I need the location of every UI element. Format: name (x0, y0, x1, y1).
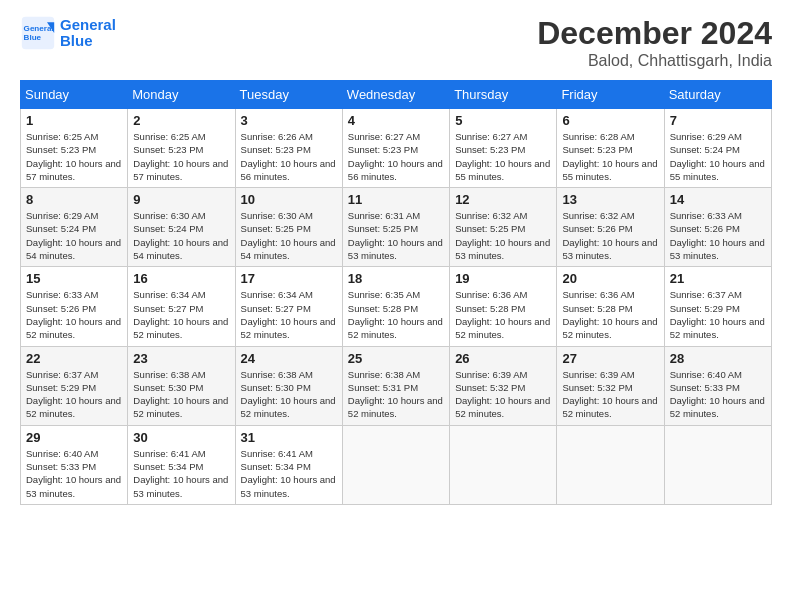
weekday-header-friday: Friday (557, 81, 664, 109)
day-number: 26 (455, 351, 551, 366)
title-block: December 2024 Balod, Chhattisgarh, India (537, 15, 772, 70)
calendar-cell: 25 Sunrise: 6:38 AM Sunset: 5:31 PM Dayl… (342, 346, 449, 425)
week-row-4: 22 Sunrise: 6:37 AM Sunset: 5:29 PM Dayl… (21, 346, 772, 425)
svg-text:General: General (24, 24, 54, 33)
weekday-header-thursday: Thursday (450, 81, 557, 109)
logo: General Blue General Blue (20, 15, 116, 51)
day-number: 5 (455, 113, 551, 128)
calendar-cell: 27 Sunrise: 6:39 AM Sunset: 5:32 PM Dayl… (557, 346, 664, 425)
day-info: Sunrise: 6:36 AM Sunset: 5:28 PM Dayligh… (562, 288, 658, 341)
day-number: 7 (670, 113, 766, 128)
location-title: Balod, Chhattisgarh, India (537, 52, 772, 70)
day-info: Sunrise: 6:29 AM Sunset: 5:24 PM Dayligh… (26, 209, 122, 262)
day-number: 28 (670, 351, 766, 366)
calendar-cell: 15 Sunrise: 6:33 AM Sunset: 5:26 PM Dayl… (21, 267, 128, 346)
day-number: 8 (26, 192, 122, 207)
calendar-cell: 8 Sunrise: 6:29 AM Sunset: 5:24 PM Dayli… (21, 188, 128, 267)
day-number: 24 (241, 351, 337, 366)
calendar-cell: 2 Sunrise: 6:25 AM Sunset: 5:23 PM Dayli… (128, 109, 235, 188)
day-number: 11 (348, 192, 444, 207)
day-number: 4 (348, 113, 444, 128)
day-number: 15 (26, 271, 122, 286)
calendar-cell: 20 Sunrise: 6:36 AM Sunset: 5:28 PM Dayl… (557, 267, 664, 346)
day-number: 16 (133, 271, 229, 286)
calendar-cell (557, 425, 664, 504)
week-row-5: 29 Sunrise: 6:40 AM Sunset: 5:33 PM Dayl… (21, 425, 772, 504)
week-row-3: 15 Sunrise: 6:33 AM Sunset: 5:26 PM Dayl… (21, 267, 772, 346)
calendar-cell: 22 Sunrise: 6:37 AM Sunset: 5:29 PM Dayl… (21, 346, 128, 425)
day-number: 1 (26, 113, 122, 128)
calendar-cell: 1 Sunrise: 6:25 AM Sunset: 5:23 PM Dayli… (21, 109, 128, 188)
day-info: Sunrise: 6:26 AM Sunset: 5:23 PM Dayligh… (241, 130, 337, 183)
calendar-cell: 10 Sunrise: 6:30 AM Sunset: 5:25 PM Dayl… (235, 188, 342, 267)
calendar-cell: 17 Sunrise: 6:34 AM Sunset: 5:27 PM Dayl… (235, 267, 342, 346)
calendar-cell: 3 Sunrise: 6:26 AM Sunset: 5:23 PM Dayli… (235, 109, 342, 188)
logo-icon: General Blue (20, 15, 56, 51)
weekday-header-row: SundayMondayTuesdayWednesdayThursdayFrid… (21, 81, 772, 109)
day-info: Sunrise: 6:37 AM Sunset: 5:29 PM Dayligh… (26, 368, 122, 421)
day-info: Sunrise: 6:40 AM Sunset: 5:33 PM Dayligh… (26, 447, 122, 500)
day-info: Sunrise: 6:30 AM Sunset: 5:24 PM Dayligh… (133, 209, 229, 262)
day-number: 23 (133, 351, 229, 366)
calendar-cell: 19 Sunrise: 6:36 AM Sunset: 5:28 PM Dayl… (450, 267, 557, 346)
calendar-cell: 5 Sunrise: 6:27 AM Sunset: 5:23 PM Dayli… (450, 109, 557, 188)
weekday-header-wednesday: Wednesday (342, 81, 449, 109)
day-number: 13 (562, 192, 658, 207)
calendar-cell (664, 425, 771, 504)
weekday-header-sunday: Sunday (21, 81, 128, 109)
day-info: Sunrise: 6:38 AM Sunset: 5:30 PM Dayligh… (133, 368, 229, 421)
day-info: Sunrise: 6:28 AM Sunset: 5:23 PM Dayligh… (562, 130, 658, 183)
day-number: 29 (26, 430, 122, 445)
page: General Blue General Blue December 2024 … (0, 0, 792, 520)
svg-text:Blue: Blue (24, 33, 42, 42)
day-number: 25 (348, 351, 444, 366)
day-info: Sunrise: 6:27 AM Sunset: 5:23 PM Dayligh… (348, 130, 444, 183)
day-number: 20 (562, 271, 658, 286)
header: General Blue General Blue December 2024 … (20, 15, 772, 70)
week-row-1: 1 Sunrise: 6:25 AM Sunset: 5:23 PM Dayli… (21, 109, 772, 188)
week-row-2: 8 Sunrise: 6:29 AM Sunset: 5:24 PM Dayli… (21, 188, 772, 267)
day-number: 9 (133, 192, 229, 207)
day-number: 17 (241, 271, 337, 286)
day-info: Sunrise: 6:34 AM Sunset: 5:27 PM Dayligh… (241, 288, 337, 341)
day-info: Sunrise: 6:33 AM Sunset: 5:26 PM Dayligh… (670, 209, 766, 262)
calendar-cell: 29 Sunrise: 6:40 AM Sunset: 5:33 PM Dayl… (21, 425, 128, 504)
weekday-header-monday: Monday (128, 81, 235, 109)
day-info: Sunrise: 6:33 AM Sunset: 5:26 PM Dayligh… (26, 288, 122, 341)
calendar-cell: 23 Sunrise: 6:38 AM Sunset: 5:30 PM Dayl… (128, 346, 235, 425)
day-info: Sunrise: 6:35 AM Sunset: 5:28 PM Dayligh… (348, 288, 444, 341)
calendar-cell: 11 Sunrise: 6:31 AM Sunset: 5:25 PM Dayl… (342, 188, 449, 267)
calendar-cell: 30 Sunrise: 6:41 AM Sunset: 5:34 PM Dayl… (128, 425, 235, 504)
day-info: Sunrise: 6:27 AM Sunset: 5:23 PM Dayligh… (455, 130, 551, 183)
calendar-cell: 9 Sunrise: 6:30 AM Sunset: 5:24 PM Dayli… (128, 188, 235, 267)
calendar-cell: 13 Sunrise: 6:32 AM Sunset: 5:26 PM Dayl… (557, 188, 664, 267)
calendar-cell: 31 Sunrise: 6:41 AM Sunset: 5:34 PM Dayl… (235, 425, 342, 504)
calendar-cell: 16 Sunrise: 6:34 AM Sunset: 5:27 PM Dayl… (128, 267, 235, 346)
day-number: 10 (241, 192, 337, 207)
calendar-cell: 21 Sunrise: 6:37 AM Sunset: 5:29 PM Dayl… (664, 267, 771, 346)
day-number: 19 (455, 271, 551, 286)
day-info: Sunrise: 6:32 AM Sunset: 5:26 PM Dayligh… (562, 209, 658, 262)
calendar-cell: 28 Sunrise: 6:40 AM Sunset: 5:33 PM Dayl… (664, 346, 771, 425)
day-info: Sunrise: 6:32 AM Sunset: 5:25 PM Dayligh… (455, 209, 551, 262)
month-title: December 2024 (537, 15, 772, 52)
day-number: 12 (455, 192, 551, 207)
day-info: Sunrise: 6:36 AM Sunset: 5:28 PM Dayligh… (455, 288, 551, 341)
day-number: 31 (241, 430, 337, 445)
day-info: Sunrise: 6:38 AM Sunset: 5:31 PM Dayligh… (348, 368, 444, 421)
day-info: Sunrise: 6:38 AM Sunset: 5:30 PM Dayligh… (241, 368, 337, 421)
day-info: Sunrise: 6:25 AM Sunset: 5:23 PM Dayligh… (133, 130, 229, 183)
calendar-cell: 18 Sunrise: 6:35 AM Sunset: 5:28 PM Dayl… (342, 267, 449, 346)
day-info: Sunrise: 6:41 AM Sunset: 5:34 PM Dayligh… (133, 447, 229, 500)
day-number: 6 (562, 113, 658, 128)
day-number: 14 (670, 192, 766, 207)
day-info: Sunrise: 6:29 AM Sunset: 5:24 PM Dayligh… (670, 130, 766, 183)
day-info: Sunrise: 6:34 AM Sunset: 5:27 PM Dayligh… (133, 288, 229, 341)
day-info: Sunrise: 6:37 AM Sunset: 5:29 PM Dayligh… (670, 288, 766, 341)
calendar-table: SundayMondayTuesdayWednesdayThursdayFrid… (20, 80, 772, 505)
day-number: 30 (133, 430, 229, 445)
day-number: 21 (670, 271, 766, 286)
day-info: Sunrise: 6:40 AM Sunset: 5:33 PM Dayligh… (670, 368, 766, 421)
day-number: 18 (348, 271, 444, 286)
calendar-cell (342, 425, 449, 504)
